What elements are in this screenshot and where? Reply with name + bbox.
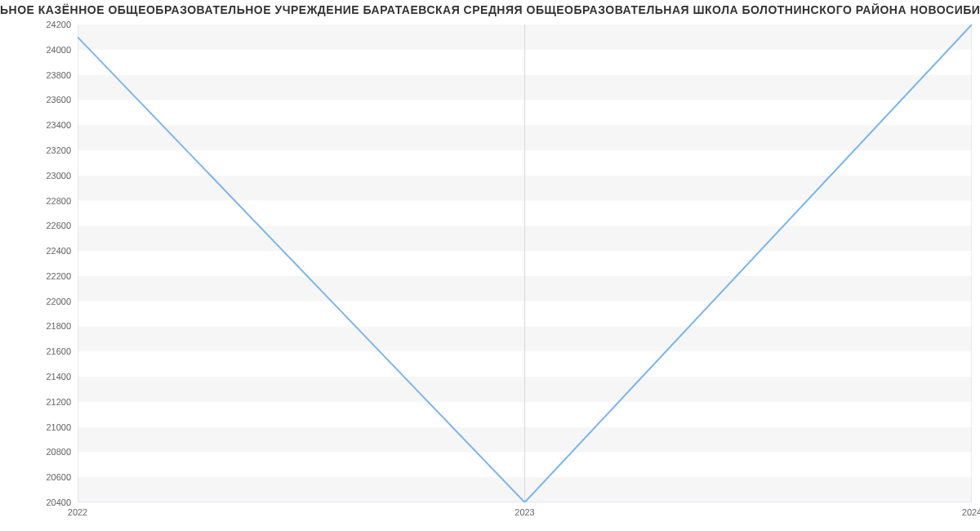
x-tick-label: 2024 xyxy=(962,507,980,517)
y-tick-label: 22000 xyxy=(0,297,71,306)
y-tick-label: 24000 xyxy=(0,45,71,55)
chart-container: ЬНОЕ КАЗЁННОЕ ОБЩЕОБРАЗОВАТЕЛЬНОЕ УЧРЕЖД… xyxy=(0,0,980,531)
y-tick-label: 21400 xyxy=(0,372,71,382)
y-tick-label: 22600 xyxy=(0,221,71,230)
y-tick-label: 23800 xyxy=(0,70,71,80)
y-tick-label: 21000 xyxy=(0,422,71,432)
y-tick-label: 20800 xyxy=(0,447,71,457)
y-tick-label: 23200 xyxy=(0,145,71,155)
y-tick-label: 21200 xyxy=(0,397,71,407)
y-tick-label: 22200 xyxy=(0,271,71,281)
y-tick-label: 20600 xyxy=(0,472,71,482)
y-tick-label: 23600 xyxy=(0,95,71,105)
y-tick-label: 21800 xyxy=(0,321,71,331)
plot-area xyxy=(78,25,972,502)
y-tick-label: 21600 xyxy=(0,346,71,356)
x-tick-label: 2023 xyxy=(514,507,534,517)
y-tick-label: 20400 xyxy=(0,498,71,507)
y-tick-label: 22400 xyxy=(0,246,71,256)
y-tick-label: 24200 xyxy=(0,20,71,29)
y-tick-label: 23400 xyxy=(0,120,71,130)
x-tick-label: 2022 xyxy=(68,507,87,517)
y-tick-label: 22800 xyxy=(0,196,71,206)
y-tick-label: 23000 xyxy=(0,171,71,181)
chart-title: ЬНОЕ КАЗЁННОЕ ОБЩЕОБРАЗОВАТЕЛЬНОЕ УЧРЕЖД… xyxy=(0,3,980,16)
